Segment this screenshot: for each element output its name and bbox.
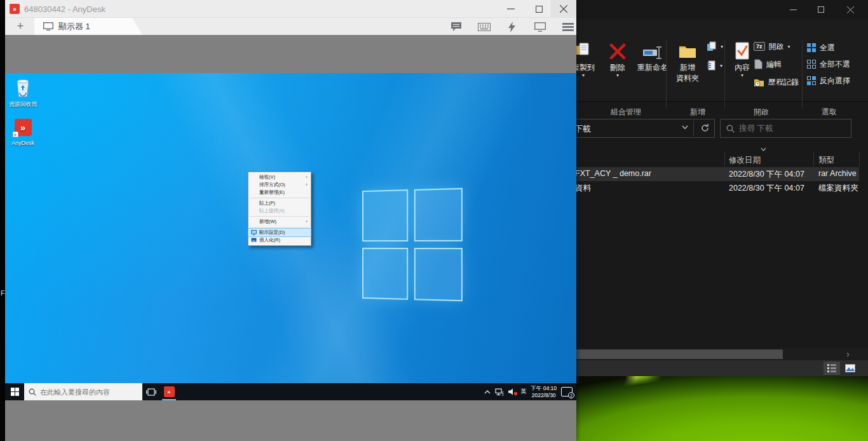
system-tray: 英 下午 04:10 2022/8/30 2	[484, 383, 574, 400]
edit-label: 編輯	[766, 59, 782, 70]
explorer-maximize-button[interactable]	[807, 0, 835, 19]
select-all-label: 全選	[820, 43, 835, 53]
anydesk-close-button[interactable]	[550, 0, 576, 18]
explorer-search-input[interactable]	[739, 124, 841, 133]
display-settings-icon	[251, 230, 257, 235]
refresh-icon[interactable]	[700, 123, 710, 133]
history-button[interactable]: 歷程記錄	[754, 75, 799, 89]
address-path: 下載	[574, 123, 591, 135]
file-type: 檔案資料夾	[818, 183, 858, 194]
clock[interactable]: 下午 04:10 2022/8/30	[531, 385, 557, 398]
new-session-tab-button[interactable]: +	[11, 18, 29, 35]
remote-desktop[interactable]: 資源回收筒 »» AnyDesk 檢視(V)› 排序方式(O)› 重新整理(E)	[5, 73, 576, 400]
context-menu-item[interactable]: 檢視(V)›	[248, 173, 311, 181]
thumbnail-view-button[interactable]	[843, 362, 858, 375]
taskbar-anydesk-button[interactable]: »	[160, 383, 178, 400]
volume-muted-badge	[514, 392, 517, 395]
open-label: 開啟	[769, 41, 784, 52]
new-item-button[interactable]: ▾	[707, 39, 723, 53]
task-view-icon	[146, 388, 156, 397]
menu-hamburger-icon[interactable]	[560, 19, 576, 34]
anydesk-desktop-label: AnyDesk	[5, 140, 41, 146]
select-all-icon	[807, 43, 816, 52]
select-all-button[interactable]: 全選	[807, 41, 835, 55]
notification-center-button[interactable]: 2	[561, 387, 573, 397]
search-icon	[726, 125, 735, 133]
context-menu-item[interactable]: 重新整理(E)	[248, 189, 311, 196]
open-button[interactable]: 7z 開啟 ▾	[754, 39, 790, 53]
notification-count-badge: 2	[568, 392, 574, 398]
thumbnail-view-icon	[845, 364, 855, 372]
column-header-type[interactable]: 類型	[818, 155, 834, 166]
column-header-date-modified[interactable]: 修改日期	[729, 155, 761, 166]
history-label: 歷程記錄	[768, 77, 799, 88]
keyboard-icon[interactable]	[477, 19, 492, 34]
properties-label: 內容	[735, 62, 750, 73]
taskbar-search-input[interactable]	[40, 388, 135, 396]
monitor-tab[interactable]: 顯示器 1	[34, 18, 142, 35]
search-icon	[29, 388, 36, 396]
file-name: 資料	[575, 183, 591, 194]
explorer-close-button[interactable]	[836, 0, 864, 19]
anydesk-desktop-icon[interactable]: »» AnyDesk	[5, 116, 41, 146]
anydesk-icon: »»	[5, 116, 41, 138]
delete-icon	[609, 37, 626, 60]
volume-icon[interactable]	[508, 388, 516, 395]
screen: F ?	[0, 0, 868, 441]
scroll-right-arrow[interactable]: ›	[846, 349, 850, 359]
invert-selection-button[interactable]: 反向選擇	[807, 74, 850, 88]
tray-time: 下午 04:10	[531, 385, 557, 392]
context-menu-item[interactable]: 貼上(P)	[248, 200, 311, 207]
anydesk-logo-icon: »	[10, 4, 20, 14]
host-desktop-label-fragment: F	[1, 289, 5, 297]
easy-access-button[interactable]: ▾	[707, 58, 722, 72]
ime-indicator[interactable]: 英	[520, 388, 526, 396]
anydesk-minimize-button[interactable]	[497, 0, 525, 18]
address-dropdown-icon[interactable]	[682, 125, 688, 130]
tray-date: 2022/8/30	[531, 392, 557, 399]
details-view-icon	[827, 364, 836, 372]
chat-icon[interactable]	[449, 19, 464, 34]
explorer-search-box[interactable]	[720, 119, 851, 138]
details-view-button[interactable]	[824, 362, 840, 375]
properties-button[interactable]: 內容 ▾	[728, 37, 756, 95]
edit-button[interactable]: 編輯	[754, 57, 782, 71]
start-button[interactable]	[5, 383, 24, 400]
delete-button[interactable]: 刪除 ▾	[604, 37, 632, 95]
select-none-icon	[807, 60, 816, 69]
monitor-tab-icon	[43, 22, 53, 31]
context-menu-item-display-settings[interactable]: 顯示設定(D)	[248, 229, 311, 236]
file-type: rar Archive	[818, 169, 857, 178]
context-menu-item-personalize[interactable]: 個人化(R)	[248, 236, 311, 244]
sort-direction-icon[interactable]	[761, 147, 766, 151]
actions-lightning-icon[interactable]	[504, 19, 519, 34]
context-menu-item[interactable]: 排序方式(O)›	[248, 181, 311, 189]
anydesk-maximize-button[interactable]	[525, 0, 553, 18]
display-settings-toolbar-icon[interactable]	[532, 19, 548, 34]
invert-selection-icon	[807, 76, 816, 85]
tray-expand-chevron-icon[interactable]	[484, 390, 491, 394]
select-none-button[interactable]: 全部不選	[807, 57, 850, 71]
explorer-minimize-button[interactable]	[779, 0, 807, 19]
new-folder-label-2: 資料夾	[676, 73, 699, 84]
anydesk-window: » 648030442 - AnyDesk + 顯示器 1	[5, 0, 576, 441]
windows-start-icon	[11, 388, 19, 396]
task-view-button[interactable]	[142, 383, 160, 400]
context-menu-item-disabled: 貼上捷徑(S)	[248, 207, 311, 215]
file-name: FXT_ACY _ demo.rar	[575, 169, 651, 178]
context-menu-item[interactable]: 新增(W)›	[248, 218, 311, 226]
file-date: 2022/8/30 下午 04:07	[729, 169, 804, 180]
taskbar-search-box[interactable]	[24, 383, 142, 400]
host-wallpaper-tent	[576, 376, 868, 441]
edit-icon	[754, 59, 763, 69]
new-folder-label-1: 新增	[680, 62, 695, 73]
copy-to-icon	[574, 37, 593, 60]
new-folder-button[interactable]: 新增 資料夾	[671, 37, 704, 95]
network-icon[interactable]	[495, 388, 504, 396]
delete-label: 刪除	[610, 62, 625, 73]
7z-icon: 7z	[754, 42, 765, 51]
group-label-select: 選取	[810, 107, 848, 118]
recycle-bin-desktop-icon[interactable]: 資源回收筒	[5, 77, 41, 109]
anydesk-window-title: 648030442 - AnyDesk	[24, 4, 105, 14]
monitor-tab-label: 顯示器 1	[58, 21, 90, 32]
